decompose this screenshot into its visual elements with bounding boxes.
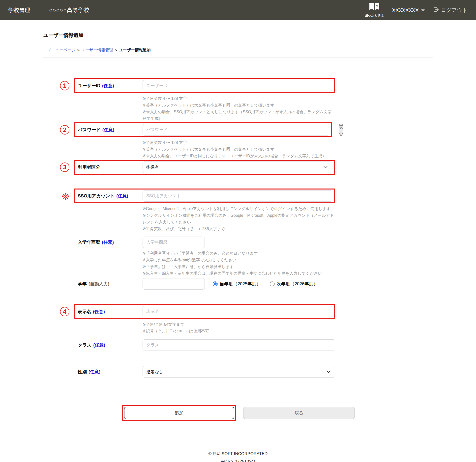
note-line: ※転入生・編入生・留年生の場合は、現在の同学年の児童・生徒に合わせた年度を入力し… xyxy=(143,270,335,277)
radio-label: 当年度（2025年度） xyxy=(220,281,261,287)
field-row-user-id: 1 ユーザーID (任意) ※半角英数 4 〜 128 文字 ※英字（アルファベ… xyxy=(74,78,335,122)
field-row-gender: 性別 (任意) 指定なし xyxy=(74,366,335,378)
field-label-text: クラス xyxy=(78,342,91,348)
chevron-down-icon xyxy=(327,369,330,374)
note-line: ※「利用者区分」が「学習者」の場合のみ、必須項目となります xyxy=(143,250,335,257)
radio-label: 次年度（2026年度） xyxy=(277,281,318,287)
sso-label: SSO用アカウント (任意) xyxy=(78,193,143,199)
step-marker-4: 4 xyxy=(60,307,69,316)
field-row-admission-year: 入学年西暦 (任意) ※「利用者区分」が「学習者」の場合のみ、必須項目となります… xyxy=(74,237,335,277)
field-label-text: 学年 xyxy=(78,281,87,287)
app-header: 学校管理 ○○○○○高等学校 ? 困ったときは XXXXXXXX xyxy=(0,0,476,20)
field-row-sso: ※ SSO用アカウント (任意) ※Google、Microsoft、Apple… xyxy=(74,189,335,232)
help-label: 困ったときは xyxy=(365,13,384,18)
note-line: ※入学した年度を4桁の半角数字で入力してください xyxy=(143,257,335,263)
note-line: ※「学年」は、「入学年西暦」から自動算出します xyxy=(143,263,335,270)
logout-label: ログアウト xyxy=(441,7,468,14)
app-title: 学校管理 xyxy=(8,7,30,14)
add-button[interactable]: 追加 xyxy=(124,407,234,419)
note-line: ※Google、Microsoft、Appleアカウントを利用してシングルサイン… xyxy=(143,205,335,212)
grade-label: 学年 (自動入力) xyxy=(78,281,143,287)
account-name: XXXXXXXX xyxy=(392,7,419,13)
logout-icon xyxy=(433,7,439,14)
highlight-box-user-type: 利用者区分 指導者 xyxy=(74,160,335,175)
display-name-notes: ※半角/全角 64文字まで ※記号（ ^ , . | ' " \ ; : = ~… xyxy=(143,321,335,334)
user-type-select[interactable]: 指導者 xyxy=(143,162,332,173)
radio-dot-selected xyxy=(213,281,218,286)
divider xyxy=(43,57,433,57)
sso-account-input[interactable] xyxy=(143,190,332,202)
class-label: クラス (任意) xyxy=(78,342,143,348)
note-line: ※半角英数 4 〜 128 文字 xyxy=(143,139,335,146)
highlight-box-display-name: 表示名 (任意) xyxy=(74,304,335,319)
optional-badge: (任意) xyxy=(89,369,100,375)
radio-next-year[interactable]: 次年度（2026年度） xyxy=(270,281,318,287)
page-footer: © FUJISOFT INCORPORATED ver.5.2.0 (25102… xyxy=(0,450,476,462)
radio-dot xyxy=(270,281,275,286)
user-id-label: ユーザーID (任意) xyxy=(78,83,143,89)
optional-badge: (任意) xyxy=(102,127,114,133)
field-label-text: 利用者区分 xyxy=(78,164,100,170)
admission-year-input[interactable] xyxy=(143,237,205,248)
note-line: ※半角/全角 64文字まで xyxy=(143,321,335,328)
note-line: ※シングルサインオン機能をご利用の場合のみ、Google、Microsoft、A… xyxy=(143,212,335,225)
user-type-label: 利用者区分 xyxy=(78,164,143,170)
field-label-text: SSO用アカウント xyxy=(78,193,115,199)
optional-badge: (任意) xyxy=(102,83,114,89)
password-label: パスワード (任意) xyxy=(78,127,143,133)
radio-current-year[interactable]: 当年度（2025年度） xyxy=(213,281,261,287)
auto-input-badge: (自動入力) xyxy=(89,281,109,287)
chevron-down-icon xyxy=(324,165,327,170)
note-line: ※未入力の場合、SSO用アカウントと同じになります（SSO用アカウントが未入力の… xyxy=(143,109,335,122)
note-line: ※未入力の場合、ユーザーIDと同じになります（ユーザーIDが未入力の場合、ランダ… xyxy=(143,153,335,159)
note-line: ※記号（ ^ , . | ' " \ ; : = ~）は使用不可 xyxy=(143,328,335,334)
highlight-box-sso: SSO用アカウント (任意) xyxy=(74,189,335,203)
step-marker-asterisk: ※ xyxy=(61,192,70,202)
user-type-selected-value: 指導者 xyxy=(146,164,159,170)
field-row-password: 2 パスワード (任意) 表示 ※半角英数 4 〜 128 文字 ※英字（アルフ… xyxy=(74,122,335,159)
password-notes: ※半角英数 4 〜 128 文字 ※英字（アルファベット）は大文字も小文字も同一… xyxy=(143,139,335,159)
breadcrumb-current: ユーザー情報追加 xyxy=(119,48,151,53)
help-button[interactable]: ? 困ったときは xyxy=(365,3,384,18)
help-book-icon: ? xyxy=(369,3,380,13)
breadcrumb-link-menu-page[interactable]: メニューページ xyxy=(47,48,76,53)
svg-text:?: ? xyxy=(376,4,378,8)
breadcrumb: メニューページ > ユーザー情報管理 > ユーザー情報追加 xyxy=(43,43,433,57)
field-row-class: クラス (任意) xyxy=(74,339,335,351)
note-line: ※半角英数、及び、記号（@._-）256文字まで xyxy=(143,225,335,232)
optional-badge: (任意) xyxy=(116,193,128,199)
year-radio-group: 当年度（2025年度） 次年度（2026年度） xyxy=(213,281,318,287)
school-name: ○○○○○高等学校 xyxy=(49,6,89,14)
account-menu[interactable]: XXXXXXXX xyxy=(392,7,425,13)
show-password-button[interactable]: 表示 xyxy=(339,124,343,136)
display-name-input[interactable] xyxy=(143,306,332,317)
display-name-label: 表示名 (任意) xyxy=(78,309,143,315)
optional-badge: (任意) xyxy=(93,309,105,315)
note-line: ※半角英数 4 〜 128 文字 xyxy=(143,95,335,102)
user-id-input[interactable] xyxy=(143,80,332,91)
version: ver.5.2.0 (251024) xyxy=(0,458,476,462)
step-marker-3: 3 xyxy=(60,163,69,172)
admission-year-notes: ※「利用者区分」が「学習者」の場合のみ、必須項目となります ※入学した年度を4桁… xyxy=(143,250,335,277)
field-label-text: 性別 xyxy=(78,369,87,375)
optional-badge: (任意) xyxy=(102,239,114,245)
gender-selected-value: 指定なし xyxy=(146,369,163,375)
gender-select[interactable]: 指定なし xyxy=(143,366,335,378)
breadcrumb-link-user-management[interactable]: ユーザー情報管理 xyxy=(81,48,113,53)
field-label-text: ユーザーID xyxy=(78,83,100,89)
admission-year-label: 入学年西暦 (任意) xyxy=(78,239,143,245)
highlight-box-user-id: ユーザーID (任意) xyxy=(74,78,335,93)
breadcrumb-separator: > xyxy=(77,48,80,52)
caret-down-icon xyxy=(421,9,425,12)
field-label-text: 表示名 xyxy=(78,309,91,315)
note-line: ※英字（アルファベット）は大文字も小文字も同一の文字として扱います xyxy=(143,102,335,109)
logout-button[interactable]: ログアウト xyxy=(433,7,468,14)
back-button[interactable]: 戻る xyxy=(243,407,355,419)
note-line: ※英字（アルファベット）は大文字も小文字も同一の文字として扱います xyxy=(143,146,335,153)
field-label-text: 入学年西暦 xyxy=(78,239,100,245)
breadcrumb-separator: > xyxy=(115,48,117,52)
password-input[interactable] xyxy=(143,124,329,136)
field-row-user-type: 3 利用者区分 指導者 xyxy=(74,160,335,175)
class-input[interactable] xyxy=(143,339,335,351)
field-row-display-name: 4 表示名 (任意) ※半角/全角 64文字まで ※記号（ ^ , . | ' … xyxy=(74,304,335,334)
